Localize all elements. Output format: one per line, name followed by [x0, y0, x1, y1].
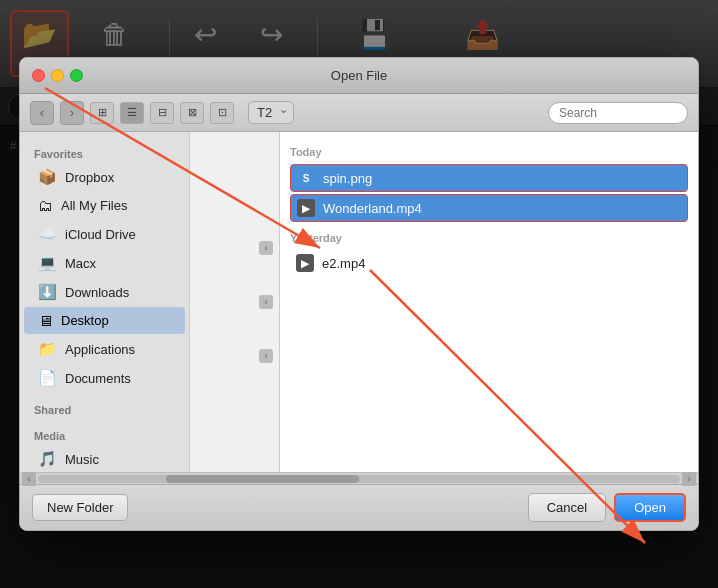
view-arrange-button[interactable]: ⊡ — [210, 102, 234, 124]
spin-png-icon: S — [297, 169, 315, 187]
dialog-titlebar: Open File — [20, 58, 698, 94]
maximize-button[interactable] — [70, 69, 83, 82]
sidebar-item-label: Applications — [65, 342, 135, 357]
icloud-icon: ☁️ — [38, 225, 57, 243]
yesterday-label: Yesterday — [290, 232, 688, 244]
dialog-search-input[interactable] — [548, 102, 688, 124]
wonderland-mp4-icon: ▶ — [297, 199, 315, 217]
view-list-button[interactable]: ☰ — [120, 102, 144, 124]
scroll-arrows: › › › — [259, 132, 273, 472]
cancel-button[interactable]: Cancel — [528, 493, 606, 522]
action-buttons: Cancel Open — [528, 493, 686, 522]
sidebar-item-downloads[interactable]: ⬇️ Downloads — [24, 278, 185, 306]
file-row-wonderland-mp4[interactable]: ▶ Wonderland.mp4 — [290, 194, 688, 222]
sidebar-item-label: Macx — [65, 256, 96, 271]
folder-selector[interactable]: T2 — [248, 101, 294, 124]
sidebar-item-label: Dropbox — [65, 170, 114, 185]
sidebar-item-icloud-drive[interactable]: ☁️ iCloud Drive — [24, 220, 185, 248]
folder-selector-wrap: T2 — [248, 101, 294, 124]
minimize-button[interactable] — [51, 69, 64, 82]
media-header: Media — [20, 424, 189, 444]
applications-icon: 📁 — [38, 340, 57, 358]
favorites-header: Favorites — [20, 142, 189, 162]
documents-icon: 📄 — [38, 369, 57, 387]
sidebar-item-all-my-files[interactable]: 🗂 All My Files — [24, 192, 185, 219]
dialog-nav: ‹ › ⊞ ☰ ⊟ ⊠ ⊡ T2 — [20, 94, 698, 132]
sidebar-item-documents[interactable]: 📄 Documents — [24, 364, 185, 392]
file-name: spin.png — [323, 171, 372, 186]
dialog-center-column: › › › — [190, 132, 280, 472]
file-row-spin-png[interactable]: S spin.png — [290, 164, 688, 192]
nav-back-button[interactable]: ‹ — [30, 101, 54, 125]
dropbox-icon: 📦 — [38, 168, 57, 186]
view-column-button[interactable]: ⊟ — [150, 102, 174, 124]
nav-forward-button[interactable]: › — [60, 101, 84, 125]
sidebar-item-label: Documents — [65, 371, 131, 386]
sidebar-item-label: iCloud Drive — [65, 227, 136, 242]
close-button[interactable] — [32, 69, 45, 82]
dialog-scrollbar[interactable]: ‹ › — [20, 472, 698, 484]
file-name: e2.mp4 — [322, 256, 365, 271]
dialog-body: Favorites 📦 Dropbox 🗂 All My Files ☁️ iC… — [20, 132, 698, 472]
sidebar-item-desktop[interactable]: 🖥 Desktop — [24, 307, 185, 334]
macx-icon: 💻 — [38, 254, 57, 272]
new-folder-button[interactable]: New Folder — [32, 494, 128, 521]
dialog-overlay: Open File ‹ › ⊞ ☰ ⊟ ⊠ ⊡ T2 — [0, 0, 718, 588]
shared-header: Shared — [20, 398, 189, 418]
music-icon: 🎵 — [38, 450, 57, 468]
e2-mp4-icon: ▶ — [296, 254, 314, 272]
file-row-e2-mp4[interactable]: ▶ e2.mp4 — [290, 250, 688, 276]
sidebar-item-label: Music — [65, 452, 99, 467]
scroll-right-arrow-3[interactable]: › — [259, 349, 273, 363]
scroll-thumb[interactable] — [166, 475, 359, 483]
dialog-title: Open File — [331, 68, 387, 83]
sidebar-item-label: Desktop — [61, 313, 109, 328]
all-files-icon: 🗂 — [38, 197, 53, 214]
open-file-dialog: Open File ‹ › ⊞ ☰ ⊟ ⊠ ⊡ T2 — [19, 57, 699, 531]
file-name: Wonderland.mp4 — [323, 201, 422, 216]
scroll-track[interactable] — [38, 475, 680, 483]
sidebar-item-label: All My Files — [61, 198, 127, 213]
view-coverflow-button[interactable]: ⊠ — [180, 102, 204, 124]
scroll-left-arrow[interactable]: ‹ — [22, 472, 36, 486]
desktop-icon: 🖥 — [38, 312, 53, 329]
scroll-right-arrow-1[interactable]: › — [259, 241, 273, 255]
sidebar-item-label: Downloads — [65, 285, 129, 300]
sidebar-item-music[interactable]: 🎵 Music — [24, 445, 185, 472]
sidebar-item-macx[interactable]: 💻 Macx — [24, 249, 185, 277]
sidebar-item-applications[interactable]: 📁 Applications — [24, 335, 185, 363]
open-dialog-button[interactable]: Open — [614, 493, 686, 522]
file-list: Today S spin.png ▶ Wonderland.mp4 Yester… — [280, 132, 698, 472]
dialog-sidebar: Favorites 📦 Dropbox 🗂 All My Files ☁️ iC… — [20, 132, 190, 472]
scroll-right-arrow[interactable]: › — [682, 472, 696, 486]
sidebar-item-dropbox[interactable]: 📦 Dropbox — [24, 163, 185, 191]
downloads-icon: ⬇️ — [38, 283, 57, 301]
view-icon-button[interactable]: ⊞ — [90, 102, 114, 124]
scroll-right-arrow-2[interactable]: › — [259, 295, 273, 309]
today-label: Today — [290, 146, 688, 158]
dialog-bottom: New Folder Cancel Open — [20, 484, 698, 530]
